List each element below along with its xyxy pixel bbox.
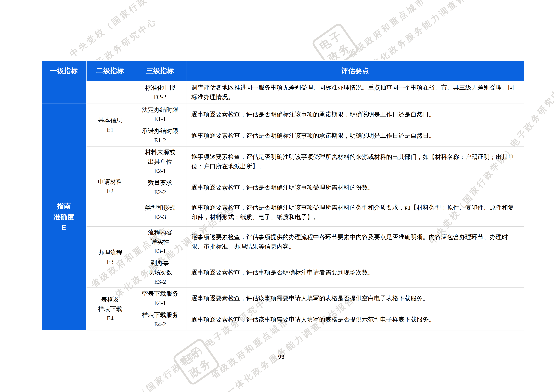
report-page: 电子 政务 电子 政务 省级政府和重点城市 一体化政务服务能力调查评估报告 省级…	[0, 0, 554, 392]
header-level2: 二级指标	[86, 61, 134, 81]
points-cell: 逐事项逐要素检查，评估是否明确标注该事项的承诺期限，明确说明是工作日还是自然日。	[186, 104, 524, 125]
level2-cell	[86, 81, 134, 104]
points-cell: 逐事项逐要素检查，评估该事项需要申请人填写的表格是否提供示范性电子样表下载服务。	[186, 309, 524, 330]
level3-cell: 法定办结时限 E1-1	[134, 104, 186, 125]
header-level3: 三级指标	[134, 61, 186, 81]
level3-cell: 空表下载服务 E4-1	[134, 288, 186, 309]
table-row: 申请材料 E2 材料来源或 出具单位 E2-1 逐事项逐要素检查，评估是否明确注…	[42, 146, 524, 177]
level3-cell: 样表下载服务 E4-2	[134, 309, 186, 330]
level3-cell: 数量要求 E2-2	[134, 177, 186, 198]
level3-cell: 标准化申报 D2-2	[134, 81, 186, 104]
header-points: 评估要点	[186, 61, 524, 81]
level2-cell: 基本信息 E1	[86, 104, 134, 146]
header-level1: 一级指标	[42, 61, 86, 81]
level3-cell: 材料来源或 出具单位 E2-1	[134, 146, 186, 177]
points-cell: 逐事项逐要素检查，评估是否明确注明该事项受理所需材料的来源或材料的出具部门，如【…	[186, 146, 524, 177]
level2-cell: 办理流程 E3	[86, 227, 134, 288]
table-row: 办理流程 E3 流程内容 详实性 E3-1 逐事项逐要素检查，评估事项提供的办理…	[42, 227, 524, 257]
indicator-table: 一级指标 二级指标 三级指标 评估要点 标准化申报 D2-2 调查评估各地区推进…	[41, 60, 524, 330]
level2-cell: 申请材料 E2	[86, 146, 134, 227]
table-header-row: 一级指标 二级指标 三级指标 评估要点	[42, 61, 524, 81]
points-cell: 逐事项逐要素检查，评估是否明确标注该事项的承诺期限，明确说明是工作日还是自然日。	[186, 125, 524, 146]
points-cell: 调查评估各地区推进同一服务事项无差别受理、同标准办理情况。重点抽查同一个事项在省…	[186, 81, 524, 104]
level2-cell: 表格及 样表下载 E4	[86, 288, 134, 330]
level3-cell: 到办事 现场次数 E3-2	[134, 257, 186, 288]
points-cell: 逐事项逐要素检查，评估是否明确注明该事项受理所需材料的份数。	[186, 177, 524, 198]
level3-cell: 流程内容 详实性 E3-1	[134, 227, 186, 257]
level1-cell-empty	[42, 81, 86, 104]
points-cell: 逐事项逐要素检查，评估事项是否明确标注申请者需要到现场次数。	[186, 257, 524, 288]
points-cell: 逐事项逐要素检查，评估是否明确注明该事项受理所需材料的类型和介质要求，如【材料类…	[186, 198, 524, 227]
points-cell: 逐事项逐要素检查，评估事项提供的办理流程中各环节要素中内容及要点是否准确明晰。内…	[186, 227, 524, 257]
points-cell: 逐事项逐要素检查，评估该事项需要申请人填写的表格是否提供空白电子表格下载服务。	[186, 288, 524, 309]
page-number: 93	[278, 354, 284, 360]
level3-cell: 承诺办结时限 E1-2	[134, 125, 186, 146]
table-row: 指南 准确度 E 基本信息 E1 法定办结时限 E1-1 逐事项逐要素检查，评估…	[42, 104, 524, 125]
table-row: 标准化申报 D2-2 调查评估各地区推进同一服务事项无差别受理、同标准办理情况。…	[42, 81, 524, 104]
level3-cell: 类型和形式 E2-3	[134, 198, 186, 227]
level1-group-cell: 指南 准确度 E	[42, 104, 86, 330]
table-row: 表格及 样表下载 E4 空表下载服务 E4-1 逐事项逐要素检查，评估该事项需要…	[42, 288, 524, 309]
